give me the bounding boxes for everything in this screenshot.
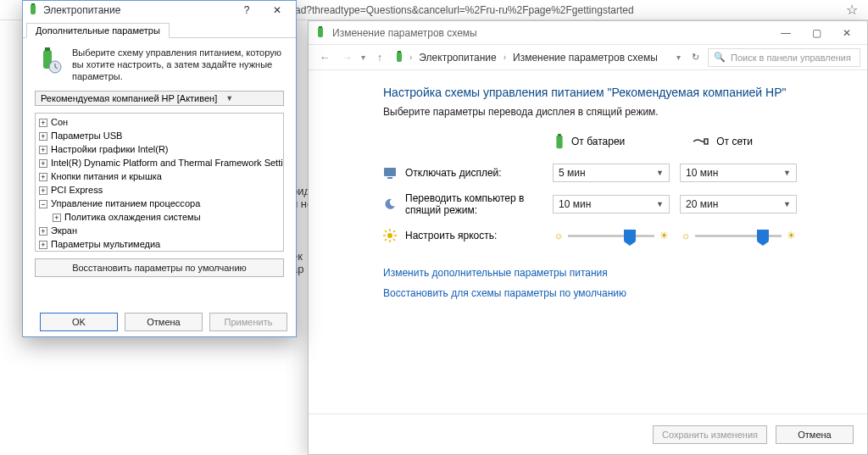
chevron-down-icon: ▼ (783, 169, 791, 177)
tree-item[interactable]: +Сон (39, 115, 280, 129)
svg-rect-20 (45, 47, 50, 51)
tree-item[interactable]: +PCI Express (39, 183, 280, 197)
power-plan-select[interactable]: Рекомендуемая компанией HP [Активен]▼ (35, 91, 284, 106)
help-button[interactable]: ? (231, 2, 262, 19)
sleep-ac-select[interactable]: 20 мин▼ (680, 195, 797, 214)
minimize-button[interactable]: — (771, 21, 801, 45)
svg-rect-17 (31, 4, 36, 14)
monitor-icon (383, 166, 397, 180)
search-placeholder: Поиск в панели управления (731, 53, 851, 63)
dialog-body: Выберите схему управления питанием, кото… (23, 38, 296, 308)
brightness-battery-slider[interactable]: ☼ ☀ (553, 230, 670, 241)
on-battery-label: От батареи (571, 136, 625, 147)
maximize-button[interactable]: ▢ (801, 21, 832, 45)
sleep-row: Переводить компьютер в спящий режим: 10 … (383, 192, 826, 216)
svg-rect-0 (318, 27, 323, 37)
titlebar[interactable]: Электропитание ? ✕ (23, 1, 296, 19)
up-button[interactable]: ↑ (370, 48, 389, 67)
svg-rect-4 (556, 136, 562, 148)
tree-item[interactable]: −Управление питанием процессора (39, 197, 280, 210)
apply-button[interactable]: Применить (209, 313, 287, 331)
sleep-battery-select[interactable]: 10 мин▼ (553, 195, 670, 214)
titlebar[interactable]: Изменение параметров схемы — ▢ ✕ (309, 21, 867, 45)
svg-rect-3 (398, 51, 401, 53)
footer: Сохранить изменения Отмена (309, 413, 867, 454)
expand-icon[interactable]: + (39, 173, 47, 181)
address-dropdown[interactable]: ▾ (675, 53, 682, 62)
restore-defaults-link[interactable]: Восстановить для схемы параметры по умол… (383, 287, 826, 299)
chevron-down-icon: ▼ (783, 200, 791, 208)
settings-tree[interactable]: +Сон+Параметры USB+Настройки графики Int… (35, 113, 284, 252)
expand-icon[interactable]: + (39, 119, 47, 127)
row-label: Настроить яркость: (405, 230, 553, 241)
plugged-in-label: От сети (716, 136, 753, 147)
sun-icon (383, 229, 397, 242)
column-headers: От батареи От сети (553, 133, 826, 150)
plug-icon (693, 136, 711, 147)
expand-icon[interactable]: + (39, 132, 47, 141)
chevron-down-icon: ▼ (656, 200, 664, 208)
expand-icon[interactable]: + (53, 214, 61, 222)
tabstrip: Дополнительные параметры (23, 19, 296, 38)
tab-advanced[interactable]: Дополнительные параметры (26, 23, 170, 38)
expand-icon[interactable]: + (39, 146, 47, 154)
cancel-button[interactable]: Отмена (776, 425, 854, 444)
power-icon (392, 51, 406, 64)
svg-rect-18 (31, 3, 35, 5)
collapse-icon[interactable]: − (39, 200, 47, 208)
svg-rect-6 (384, 168, 396, 176)
window-title: Электропитание (43, 4, 231, 16)
display-off-ac-select[interactable]: 10 мин▼ (680, 164, 797, 182)
display-off-battery-select[interactable]: 5 мин▼ (553, 164, 670, 182)
forward-button[interactable]: → (337, 48, 356, 67)
breadcrumb[interactable]: Изменение параметров схемы (509, 52, 661, 64)
history-dropdown[interactable]: ▾ (359, 53, 367, 62)
breadcrumb[interactable]: Электропитание (415, 52, 499, 64)
sun-dim-icon: ☼ (680, 230, 692, 241)
sun-bright-icon: ☀ (785, 230, 797, 241)
back-button[interactable]: ← (315, 48, 334, 67)
tree-item[interactable]: +Intel(R) Dynamic Platform and Thermal F… (39, 156, 280, 169)
svg-line-14 (393, 239, 395, 241)
expand-icon[interactable]: + (39, 159, 47, 168)
ok-button[interactable]: OK (40, 313, 118, 331)
refresh-button[interactable]: ↻ (686, 48, 704, 67)
row-label: Переводить компьютер в спящий режим: (405, 192, 553, 216)
close-button[interactable]: ✕ (832, 21, 862, 45)
tree-item[interactable]: +Настройки графики Intel(R) (39, 142, 280, 156)
battery-icon (553, 133, 566, 150)
expand-icon[interactable]: + (39, 227, 47, 236)
edit-plan-body: Настройка схемы управления питанием "Рек… (309, 70, 867, 413)
chevron-right-icon: › (409, 53, 412, 62)
chevron-down-icon: ▼ (225, 94, 233, 103)
svg-point-8 (387, 233, 392, 238)
sun-dim-icon: ☼ (553, 230, 565, 241)
tree-item[interactable]: +Экран (39, 224, 280, 237)
sun-bright-icon: ☀ (658, 230, 670, 241)
tree-item[interactable]: +Политика охлаждения системы (39, 210, 280, 224)
close-button[interactable]: ✕ (262, 2, 292, 19)
restore-defaults-button[interactable]: Восстановить параметры по умолчанию (35, 258, 284, 277)
save-button[interactable]: Сохранить изменения (653, 425, 767, 444)
bookmark-star-icon[interactable]: ☆ (846, 2, 858, 18)
svg-rect-2 (397, 52, 402, 62)
change-advanced-link[interactable]: Изменить дополнительные параметры питани… (383, 267, 826, 279)
chevron-down-icon: ▼ (656, 169, 664, 177)
tree-item[interactable]: +Параметры мультимедиа (39, 237, 280, 251)
chevron-right-icon: › (504, 53, 506, 62)
intro-text: Выберите схему управления питанием, кото… (72, 47, 284, 82)
expand-icon[interactable]: + (39, 186, 47, 195)
tree-item[interactable]: +Кнопки питания и крышка (39, 169, 280, 183)
expand-icon[interactable]: + (39, 241, 47, 249)
cancel-button[interactable]: Отмена (125, 313, 203, 331)
url-text: ad?threadtype=Questions&cancelurl=%2Fru-… (295, 4, 846, 16)
tree-item[interactable]: +Параметры USB (39, 129, 280, 142)
power-plan-icon (35, 47, 64, 75)
row-label: Отключать дисплей: (405, 167, 553, 179)
search-input[interactable]: 🔍 Поиск в панели управления (708, 48, 860, 67)
brightness-ac-slider[interactable]: ☼ ☀ (680, 230, 797, 241)
brightness-row: Настроить яркость: ☼ ☀ ☼ ☀ (383, 225, 826, 247)
moon-icon (383, 197, 397, 211)
page-subheading: Выберите параметры перевода дисплея в сп… (383, 106, 826, 118)
svg-line-15 (393, 230, 395, 232)
